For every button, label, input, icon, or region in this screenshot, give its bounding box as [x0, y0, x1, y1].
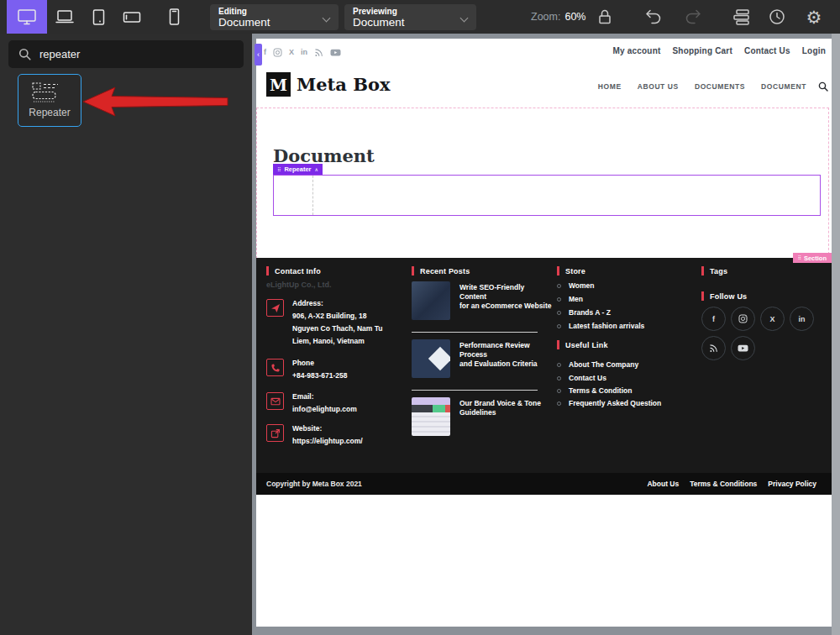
store-link-brands[interactable]: Brands A - Z: [557, 308, 611, 317]
useful-link-about[interactable]: About The Company: [557, 360, 638, 369]
redo-button[interactable]: [681, 0, 705, 34]
lock-button[interactable]: [593, 0, 617, 34]
bullet-icon: [557, 284, 561, 288]
undo-icon: [643, 7, 664, 27]
copyright-terms-link[interactable]: Terms & Conditions: [690, 480, 757, 488]
device-phone-button[interactable]: [156, 0, 192, 34]
laptop-icon: [55, 8, 75, 25]
history-button[interactable]: [765, 0, 789, 34]
contact-us-link[interactable]: Contact Us: [744, 46, 790, 55]
hovered-section-label[interactable]: ⠿ Section: [793, 253, 832, 263]
nav-document[interactable]: DOCUMENT: [761, 82, 806, 91]
red-arrow-annotation: [81, 85, 229, 118]
drag-handle-icon: ⠿: [277, 167, 281, 172]
search-icon: [818, 81, 828, 92]
youtube-circle-button[interactable]: [731, 336, 755, 360]
facebook-icon[interactable]: f: [264, 47, 266, 57]
repeater-element-selection[interactable]: [273, 175, 821, 216]
address-line: Nguyen Co Thach, Nam Tu: [292, 323, 383, 335]
facebook-circle-button[interactable]: f: [701, 307, 726, 331]
nav-home[interactable]: HOME: [598, 82, 622, 91]
linkedin-circle-button[interactable]: in: [790, 307, 814, 331]
nav-documents[interactable]: DOCUMENTS: [695, 82, 745, 91]
phone-value[interactable]: +84-983-671-258: [292, 370, 347, 382]
my-account-link[interactable]: My account: [612, 46, 660, 55]
heading-accent-bar: [557, 266, 559, 276]
recent-post-item[interactable]: Performance Review Process and Evaluatio…: [412, 339, 553, 378]
post-title: for an eCommerce Website: [459, 302, 553, 311]
shopping-cart-link[interactable]: Shopping Cart: [673, 46, 732, 55]
hovered-section-name: Section: [804, 255, 827, 262]
device-laptop-button[interactable]: [47, 0, 82, 34]
device-tablet-landscape-button[interactable]: [114, 0, 150, 34]
instagram-icon[interactable]: [273, 48, 282, 57]
bullet-icon: [557, 324, 561, 328]
sidebar-collapse-tab[interactable]: ‹: [255, 44, 262, 66]
heading-accent-bar: [412, 266, 414, 276]
phone-device-icon: [164, 8, 184, 26]
redo-icon: [683, 7, 703, 27]
copyright-about-link[interactable]: About Us: [647, 480, 679, 488]
tablet-landscape-icon: [122, 8, 142, 25]
site-preview-canvas: f X in My account Shopping Cart Contact …: [256, 39, 832, 627]
undo-button[interactable]: [642, 0, 665, 34]
copyright-links: About Us Terms & Conditions Privacy Poli…: [647, 480, 816, 488]
elements-sidebar: repeater Repeater: [0, 34, 252, 635]
rss-icon[interactable]: [314, 48, 323, 57]
store-link-men[interactable]: Men: [557, 295, 583, 303]
contact-phone-item: Phone +84-983-671-258: [266, 357, 347, 382]
editing-dropdown[interactable]: Editing Document: [210, 4, 339, 30]
bullet-icon: [557, 401, 561, 406]
store-link-latest[interactable]: Latest fashion arrivals: [557, 322, 644, 330]
lock-icon: [596, 8, 614, 26]
repeater-element-card[interactable]: Repeater: [18, 74, 81, 127]
bullet-icon: [557, 363, 561, 367]
linkedin-icon[interactable]: in: [301, 47, 307, 57]
footer-recent-posts-column: Recent Posts Write SEO-Friendly Content …: [412, 258, 553, 473]
rss-circle-button[interactable]: [701, 336, 726, 360]
app-root: Editing Document Previewing Document Zoo…: [0, 0, 840, 635]
instagram-circle-button[interactable]: [731, 307, 755, 331]
email-value[interactable]: info@elightup.com: [292, 403, 357, 416]
useful-link-contact[interactable]: Contact Us: [557, 374, 606, 382]
site-logo-text[interactable]: Meta Box: [297, 74, 391, 95]
zoom-label: Zoom:: [531, 11, 560, 23]
website-value[interactable]: https://elightup.com/: [292, 435, 363, 448]
editing-dropdown-value: Document: [218, 16, 330, 29]
copyright-privacy-link[interactable]: Privacy Policy: [768, 480, 816, 488]
tablet-icon: [88, 8, 108, 26]
footer-tags-column: Tags Follow Us f X in: [701, 258, 827, 473]
device-tablet-button[interactable]: [81, 0, 116, 34]
x-twitter-icon[interactable]: X: [289, 47, 294, 57]
youtube-icon[interactable]: [330, 48, 341, 57]
useful-link-faq[interactable]: Frequently Asked Question: [557, 399, 661, 407]
linkedin-icon: in: [799, 315, 806, 323]
site-search-button[interactable]: [818, 80, 828, 95]
site-logo[interactable]: M: [266, 72, 291, 97]
repeater-cell[interactable]: [274, 176, 313, 215]
address-line: Liem, Hanoi, Vietnam: [292, 335, 383, 348]
canvas-scrollbar[interactable]: [832, 34, 840, 635]
site-copyright-bar: Copyright by Meta Box 2021 About Us Term…: [256, 473, 832, 495]
nav-about-us[interactable]: ABOUT US: [638, 82, 679, 91]
recent-post-item[interactable]: Write SEO-Friendly Content for an eComme…: [412, 281, 553, 320]
element-search-input[interactable]: repeater: [8, 40, 244, 68]
login-link[interactable]: Login: [802, 46, 826, 55]
previewing-dropdown[interactable]: Previewing Document: [344, 4, 476, 30]
settings-button[interactable]: ⚙: [802, 0, 826, 34]
device-desktop-button[interactable]: [7, 0, 47, 34]
structure-panel-button[interactable]: [729, 0, 753, 34]
selected-element-label[interactable]: ⠿ Repeater ∧: [273, 164, 323, 175]
x-twitter-circle-button[interactable]: X: [760, 307, 785, 331]
address-line: 906, A-X2 Building, 18: [292, 310, 383, 323]
store-link-women[interactable]: Women: [557, 281, 595, 290]
recent-post-item[interactable]: Our Brand Voice & Tone Guidelines: [412, 397, 541, 436]
instagram-icon: [738, 314, 748, 323]
heading-accent-bar: [701, 266, 704, 276]
gear-icon: ⚙: [806, 8, 822, 26]
recent-posts-heading: Recent Posts: [412, 266, 470, 276]
chevron-up-icon: ∧: [315, 167, 318, 172]
search-icon: [18, 48, 31, 60]
contact-website-item: Website: https://elightup.com/: [266, 422, 363, 448]
useful-link-terms[interactable]: Terms & Condition: [557, 386, 632, 395]
